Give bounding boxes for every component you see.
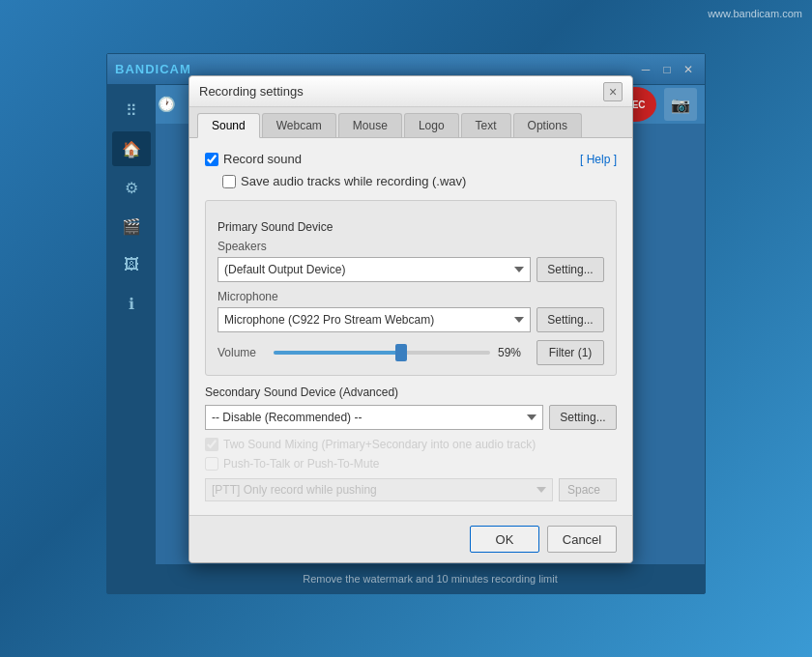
secondary-setting-button[interactable]: Setting... bbox=[549, 405, 617, 430]
dialog-close-button[interactable]: × bbox=[603, 82, 623, 101]
filter-button[interactable]: Filter (1) bbox=[536, 340, 604, 365]
app-title: BANDICAM bbox=[115, 62, 191, 76]
watermark: www.bandicam.com bbox=[708, 8, 802, 19]
record-sound-label: Record sound bbox=[223, 152, 302, 166]
clock-icon[interactable]: 🕐 bbox=[152, 91, 181, 118]
ptt-label: Push-To-Talk or Push-To-Mute bbox=[223, 457, 379, 471]
tab-sound[interactable]: Sound bbox=[197, 113, 260, 138]
save-audio-label: Save audio tracks while recording (.wav) bbox=[241, 174, 466, 188]
microphone-row: Microphone (C922 Pro Stream Webcam) Sett… bbox=[218, 307, 604, 332]
cancel-button[interactable]: Cancel bbox=[547, 526, 617, 553]
record-sound-checkbox[interactable] bbox=[205, 153, 218, 166]
speakers-setting-button[interactable]: Setting... bbox=[536, 257, 604, 282]
help-link[interactable]: [ Help ] bbox=[580, 153, 617, 166]
sidebar-video-icon[interactable]: 🎬 bbox=[112, 209, 151, 243]
microphone-select[interactable]: Microphone (C922 Pro Stream Webcam) bbox=[218, 307, 531, 332]
dialog: Recording settings × Sound Webcam Mouse … bbox=[188, 75, 633, 563]
speakers-row: (Default Output Device) Setting... bbox=[218, 257, 604, 282]
record-sound-row: Record sound [ Help ] bbox=[205, 152, 617, 166]
sidebar-gear-icon[interactable]: ⚙ bbox=[112, 170, 151, 205]
save-audio-row: Save audio tracks while recording (.wav) bbox=[222, 174, 617, 188]
tabs-container: Sound Webcam Mouse Logo Text Options bbox=[189, 107, 632, 138]
two-sound-row: Two Sound Mixing (Primary+Secondary into… bbox=[205, 438, 617, 451]
primary-section-title: Primary Sound Device bbox=[218, 220, 604, 234]
minimize-button[interactable]: ─ bbox=[637, 61, 654, 78]
volume-fill bbox=[274, 351, 401, 355]
speakers-select[interactable]: (Default Output Device) bbox=[218, 257, 531, 282]
camera-button[interactable]: 📷 bbox=[664, 88, 697, 121]
ptt-checkbox bbox=[205, 457, 218, 471]
bottom-bar-text: Remove the watermark and 10 minutes reco… bbox=[303, 573, 558, 585]
two-sound-label: Two Sound Mixing (Primary+Secondary into… bbox=[223, 438, 536, 451]
volume-row: Volume 59% Filter (1) bbox=[218, 340, 604, 365]
save-audio-checkbox-label[interactable]: Save audio tracks while recording (.wav) bbox=[222, 174, 466, 188]
tab-mouse[interactable]: Mouse bbox=[338, 113, 402, 137]
secondary-select[interactable]: -- Disable (Recommended) -- bbox=[205, 405, 543, 430]
microphone-setting-button[interactable]: Setting... bbox=[536, 307, 604, 332]
volume-thumb bbox=[395, 344, 407, 361]
app-titlebar-controls: ─ □ ✕ bbox=[637, 61, 697, 78]
ptt-select-row: [PTT] Only record while pushing Space bbox=[205, 478, 617, 501]
ptt-mode-select: [PTT] Only record while pushing bbox=[205, 478, 553, 501]
app-sidebar: ⠿ 🏠 ⚙ 🎬 🖼 ℹ bbox=[107, 85, 156, 593]
sidebar-apps-icon[interactable]: ⠿ bbox=[112, 93, 151, 128]
secondary-section-title: Secondary Sound Device (Advanced) bbox=[205, 386, 617, 399]
dialog-footer: OK Cancel bbox=[189, 515, 632, 562]
microphone-label: Microphone bbox=[218, 290, 604, 303]
speakers-label: Speakers bbox=[218, 240, 604, 253]
ptt-key-field: Space bbox=[559, 478, 617, 501]
maximize-button[interactable]: □ bbox=[658, 61, 676, 78]
app-title-cam: CAM bbox=[160, 62, 191, 76]
app-close-button[interactable]: ✕ bbox=[680, 61, 697, 78]
record-sound-checkbox-label[interactable]: Record sound bbox=[205, 152, 302, 166]
ok-button[interactable]: OK bbox=[470, 526, 539, 553]
volume-percent: 59% bbox=[498, 346, 529, 359]
tab-logo[interactable]: Logo bbox=[404, 113, 459, 137]
volume-label: Volume bbox=[218, 346, 266, 359]
volume-slider[interactable] bbox=[274, 351, 490, 355]
tab-text[interactable]: Text bbox=[461, 113, 511, 137]
sidebar-image-icon[interactable]: 🖼 bbox=[112, 247, 151, 282]
tab-options[interactable]: Options bbox=[513, 113, 582, 137]
dialog-content: Record sound [ Help ] Save audio tracks … bbox=[189, 138, 632, 515]
sidebar-home-icon[interactable]: 🏠 bbox=[112, 131, 151, 166]
save-audio-checkbox[interactable] bbox=[222, 175, 236, 188]
app-title-band: BANDI bbox=[115, 62, 160, 76]
primary-sound-section: Primary Sound Device Speakers (Default O… bbox=[205, 200, 617, 376]
ptt-checkbox-label: Push-To-Talk or Push-To-Mute bbox=[205, 457, 379, 471]
app-bottom-bar: Remove the watermark and 10 minutes reco… bbox=[156, 564, 705, 593]
ptt-row: Push-To-Talk or Push-To-Mute bbox=[205, 457, 617, 471]
dialog-titlebar: Recording settings × bbox=[189, 76, 632, 107]
two-sound-checkbox bbox=[205, 438, 218, 451]
secondary-row: -- Disable (Recommended) -- Setting... bbox=[205, 405, 617, 430]
two-sound-checkbox-label: Two Sound Mixing (Primary+Secondary into… bbox=[205, 438, 536, 451]
dialog-title: Recording settings bbox=[199, 84, 603, 99]
tab-webcam[interactable]: Webcam bbox=[262, 113, 336, 137]
sidebar-info-icon[interactable]: ℹ bbox=[112, 286, 151, 321]
